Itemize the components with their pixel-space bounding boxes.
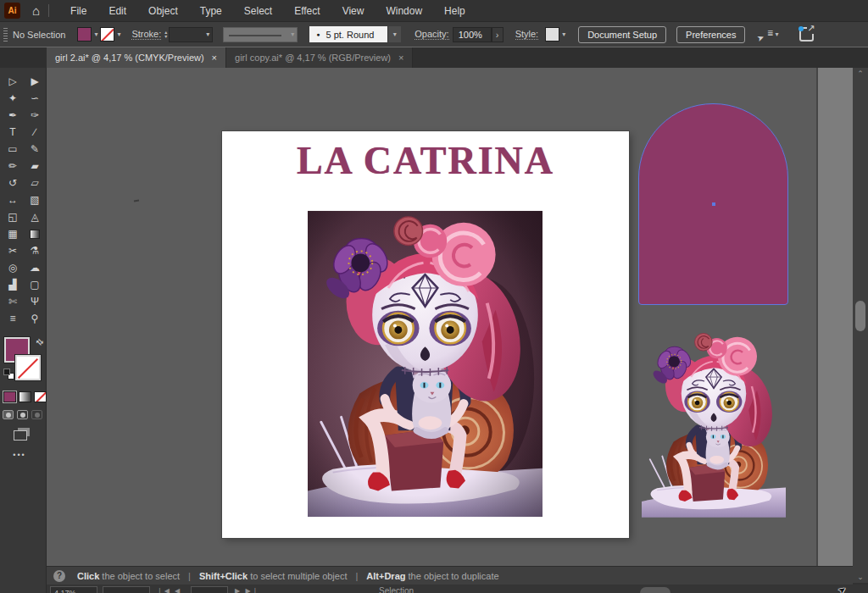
- menu-item-effect[interactable]: Effect: [283, 2, 331, 20]
- menu-item-window[interactable]: Window: [375, 2, 433, 20]
- selection-status-label: No Selection: [13, 30, 65, 40]
- color-button[interactable]: [3, 391, 16, 402]
- brush-preview[interactable]: ● 5 pt. Round: [309, 26, 387, 42]
- scale-tool[interactable]: ▱: [24, 175, 46, 191]
- brush-definition-combo[interactable]: ● 5 pt. Round ▾: [309, 26, 401, 42]
- none-button[interactable]: [34, 391, 47, 402]
- select-similar-icon[interactable]: ≣➤: [757, 29, 772, 41]
- rotate-tool[interactable]: ↺: [2, 175, 24, 191]
- girl-cutout-artwork[interactable]: [642, 315, 786, 532]
- width-profile-combo[interactable]: ▾: [223, 27, 298, 42]
- lasso-tool[interactable]: ∽: [24, 90, 46, 107]
- draw-normal-mode-icon[interactable]: [3, 410, 14, 419]
- zoom-level-field[interactable]: 4,17%: [50, 586, 97, 593]
- menu-item-help[interactable]: Help: [433, 2, 476, 20]
- document-setup-button[interactable]: Document Setup: [578, 26, 666, 43]
- hint-bar: ? Click the object to select|Shift+Click…: [47, 566, 853, 585]
- placed-artwork-image[interactable]: [308, 209, 542, 518]
- home-icon[interactable]: ⌂: [32, 3, 40, 18]
- curvature-tool[interactable]: ✑: [24, 107, 46, 124]
- menu-item-view[interactable]: View: [331, 2, 376, 20]
- print-tiling-tool[interactable]: ≡: [2, 310, 24, 327]
- pen-tool[interactable]: ✒: [2, 107, 24, 124]
- symbol-sprayer-tool[interactable]: ☁: [24, 259, 46, 276]
- stepper-down-icon[interactable]: ▾: [164, 35, 167, 39]
- stroke-weight-label[interactable]: Stroke:: [131, 29, 161, 40]
- selection-tool[interactable]: ▷: [2, 73, 24, 90]
- tab-close-icon[interactable]: ×: [398, 53, 403, 63]
- menu-item-object[interactable]: Object: [137, 2, 189, 20]
- line-segment-tool[interactable]: ∕: [24, 124, 46, 141]
- screen-mode-icon[interactable]: [14, 430, 27, 441]
- free-transform-tool[interactable]: ▧: [24, 191, 46, 208]
- app-logo-icon[interactable]: Ai: [4, 3, 20, 19]
- vertical-scrollbar[interactable]: ⌃ ⌄: [853, 68, 868, 583]
- paintbrush-tool[interactable]: ✎: [24, 141, 46, 158]
- default-fill-stroke-icon[interactable]: [3, 369, 14, 380]
- magic-wand-tool[interactable]: ✦: [2, 90, 24, 107]
- stroke-color-swatch[interactable]: [100, 27, 114, 42]
- style-chevron-icon[interactable]: ▾: [559, 30, 568, 38]
- artboard-number-field[interactable]: [191, 586, 228, 593]
- nav-last-icon[interactable]: ▶ ▶❘: [235, 587, 259, 593]
- preferences-button[interactable]: Preferences: [676, 26, 745, 43]
- stroke-chevron-down-icon[interactable]: ▾: [114, 30, 123, 38]
- tab-close-icon[interactable]: ×: [212, 53, 217, 63]
- brush-chevron-icon[interactable]: ▾: [387, 26, 401, 42]
- scroll-up-icon[interactable]: ⌃: [853, 69, 868, 78]
- perspective-grid-tool[interactable]: ◬: [24, 208, 46, 225]
- gradient-button[interactable]: [19, 391, 31, 402]
- scroll-down-icon[interactable]: ⌄: [853, 573, 868, 581]
- mesh-tool[interactable]: ▦: [2, 225, 24, 242]
- scrollbar-thumb[interactable]: [855, 301, 865, 331]
- draw-behind-mode-icon[interactable]: [17, 410, 28, 419]
- menu-item-type[interactable]: Type: [189, 2, 233, 20]
- panel-grip-handle[interactable]: [3, 28, 8, 42]
- fill-color-swatch[interactable]: [77, 27, 92, 42]
- cloud-status-icon[interactable]: [799, 27, 814, 42]
- style-swatch[interactable]: [545, 27, 559, 42]
- menu-item-file[interactable]: File: [59, 2, 97, 20]
- scissors-tool[interactable]: ✂: [2, 242, 24, 259]
- gradient-tool[interactable]: [24, 225, 46, 242]
- artwork-title-text[interactable]: LA CATRINA: [222, 138, 629, 183]
- hint-segment: Alt+Drag the object to duplicate: [366, 571, 498, 581]
- opacity-label[interactable]: Opacity:: [415, 29, 448, 40]
- hand-tool[interactable]: Ψ: [24, 293, 46, 310]
- stroke-weight-chevron-icon[interactable]: ▾: [203, 30, 212, 38]
- arch-center-point[interactable]: [712, 202, 715, 206]
- swap-fill-stroke-icon[interactable]: ⇄: [34, 336, 46, 348]
- stroke-color-indicator[interactable]: [15, 355, 41, 380]
- edit-toolbar-button[interactable]: •••: [0, 451, 39, 459]
- menu-item-edit[interactable]: Edit: [97, 2, 137, 20]
- opacity-input[interactable]: 100%: [453, 27, 492, 42]
- type-tool[interactable]: T: [2, 124, 24, 141]
- nav-first-icon[interactable]: ❘◀ ◀: [157, 587, 181, 593]
- artboard-navigation-combo[interactable]: [103, 586, 150, 593]
- pencil-tool[interactable]: ✏: [2, 158, 24, 175]
- column-graph-tool[interactable]: ▟: [2, 276, 24, 293]
- slice-tool[interactable]: ✄: [2, 293, 24, 310]
- shape-builder-tool[interactable]: ◱: [2, 208, 24, 225]
- horizontal-scrollbar-thumb[interactable]: [640, 587, 670, 593]
- artboard-tool[interactable]: ▢: [24, 276, 46, 293]
- stroke-weight-combo[interactable]: ▾: [169, 27, 213, 42]
- opacity-more-button[interactable]: ›: [492, 27, 504, 42]
- selected-arch-shape[interactable]: [638, 103, 788, 305]
- draw-inside-mode-icon[interactable]: [31, 410, 42, 419]
- select-similar-chevron-icon[interactable]: ▾: [772, 30, 781, 38]
- document-tab-1[interactable]: girl 2.ai* @ 4,17 % (CMYK/Preview)×: [47, 47, 226, 68]
- document-tab-2[interactable]: girl copy.ai* @ 4,17 % (RGB/Preview)×: [226, 47, 413, 68]
- width-profile-chevron-icon[interactable]: ▾: [288, 30, 297, 38]
- stroke-weight-stepper[interactable]: ▴ ▾: [164, 30, 167, 39]
- zoom-tool[interactable]: ⚲: [24, 310, 46, 327]
- direct-selection-tool[interactable]: ▶: [24, 73, 46, 90]
- eraser-tool[interactable]: ▰: [24, 158, 46, 175]
- rectangle-tool[interactable]: ▭: [2, 141, 24, 158]
- help-icon[interactable]: ?: [53, 570, 65, 582]
- menu-item-select[interactable]: Select: [233, 2, 283, 20]
- eyedropper-tool[interactable]: ⚗: [24, 242, 46, 259]
- blend-tool[interactable]: ◎: [2, 259, 24, 276]
- width-tool[interactable]: ↔: [2, 191, 24, 208]
- fill-chevron-down-icon[interactable]: ▾: [92, 30, 100, 38]
